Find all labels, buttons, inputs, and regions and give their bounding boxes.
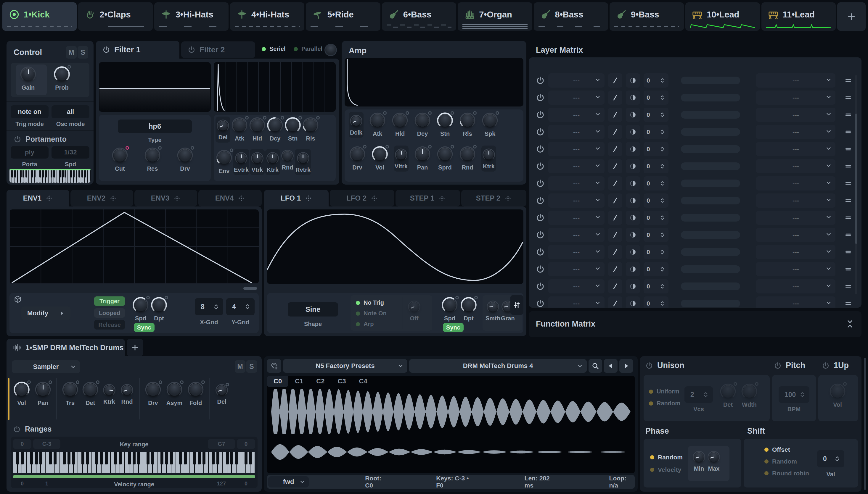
- env-mode-looped[interactable]: Looped: [94, 308, 125, 318]
- piano-key-black[interactable]: [81, 452, 85, 464]
- row-drag-handle[interactable]: [844, 94, 852, 101]
- filter2-power-icon[interactable]: [188, 46, 196, 54]
- piano-key-black[interactable]: [235, 452, 238, 464]
- tab-step2[interactable]: STEP 2: [461, 190, 527, 207]
- row-power-icon[interactable]: [536, 128, 545, 136]
- preset-bank-select[interactable]: N5 Factory Presets: [283, 359, 407, 373]
- key-range-keyboard[interactable]: [13, 452, 255, 473]
- mod-source-select[interactable]: ---: [548, 73, 605, 88]
- lfo-trig-notrig[interactable]: No Trig: [356, 299, 384, 306]
- mod-amount-slider[interactable]: [681, 94, 740, 101]
- sample-waveform-display[interactable]: C0 C1 C2 C3 C4: [267, 376, 635, 473]
- phase-mode-velocity[interactable]: Velocity: [650, 466, 681, 473]
- row-power-icon[interactable]: [536, 162, 545, 171]
- knob-rnd[interactable]: Rnd: [281, 149, 294, 171]
- mod-dest-select[interactable]: ---: [756, 262, 835, 276]
- mod-amount-slider[interactable]: [681, 265, 740, 273]
- row-drag-handle[interactable]: [844, 145, 852, 153]
- mod-source-select[interactable]: ---: [548, 193, 605, 208]
- mod-dest-select[interactable]: ---: [756, 108, 835, 122]
- tab-lfo1[interactable]: LFO 1: [264, 190, 329, 207]
- knob-del[interactable]: Del: [214, 381, 229, 407]
- knob-dpt[interactable]: Dpt: [150, 297, 168, 322]
- piano-key-black[interactable]: [230, 452, 233, 464]
- mod-mapping-button[interactable]: [608, 91, 622, 105]
- piano-key-black[interactable]: [249, 452, 252, 464]
- piano-key-black[interactable]: [21, 452, 24, 464]
- mod-depth-stepper[interactable]: 0: [644, 211, 668, 225]
- knob-vol[interactable]: Vol: [829, 383, 846, 408]
- tab-env4[interactable]: ENV4: [198, 190, 262, 207]
- knob-hld[interactable]: Hld: [391, 112, 408, 137]
- mod-depth-stepper[interactable]: 0: [644, 176, 668, 190]
- engine-select[interactable]: Sampler: [12, 360, 80, 373]
- mod-depth-stepper[interactable]: 0: [644, 245, 668, 259]
- knob-dcy[interactable]: Dcy: [414, 112, 431, 137]
- mod-curve-button[interactable]: [626, 125, 640, 139]
- mod-dest-select[interactable]: ---: [756, 245, 835, 259]
- knob-hld[interactable]: Hld: [249, 117, 266, 142]
- piano-key-black[interactable]: [119, 452, 122, 464]
- knob-ktrk[interactable]: Ktrk: [102, 381, 117, 407]
- sample-tab-c3[interactable]: C3: [331, 376, 352, 387]
- mod-mapping-button[interactable]: [608, 176, 622, 190]
- piano-key-black[interactable]: [170, 452, 173, 464]
- row-power-icon[interactable]: [536, 248, 545, 256]
- row-drag-handle[interactable]: [844, 111, 852, 119]
- move-icon[interactable]: [504, 195, 512, 202]
- filter2-tab[interactable]: Filter 2: [181, 41, 255, 58]
- knob-atk[interactable]: Atk: [369, 112, 386, 137]
- key-high[interactable]: G7: [208, 439, 235, 449]
- knob-fold[interactable]: Fold: [187, 381, 204, 406]
- row-drag-handle[interactable]: [844, 248, 852, 256]
- track-tab[interactable]: 6•Bass: [382, 2, 456, 31]
- sample-tab-c4[interactable]: C4: [353, 376, 374, 387]
- row-drag-handle[interactable]: [844, 197, 852, 204]
- piano-key-black[interactable]: [151, 452, 154, 464]
- track-tab[interactable]: 7•Organ: [458, 2, 532, 31]
- mod-curve-button[interactable]: [626, 159, 640, 173]
- mod-curve-button[interactable]: [626, 176, 640, 190]
- mod-mapping-button[interactable]: [608, 262, 622, 276]
- mod-curve-button[interactable]: [626, 73, 640, 88]
- mod-amount-slider[interactable]: [681, 214, 740, 222]
- knob-rnd[interactable]: Rnd: [459, 146, 476, 171]
- knob-sprd[interactable]: Sprd: [436, 146, 454, 171]
- knob-evtrk[interactable]: Evtrk: [233, 149, 249, 175]
- knob-spd[interactable]: Spd: [441, 297, 458, 322]
- knob-max[interactable]: Max: [707, 450, 721, 472]
- piano-key-black[interactable]: [73, 170, 75, 177]
- mod-curve-button[interactable]: [626, 193, 640, 208]
- row-drag-handle[interactable]: [844, 300, 852, 307]
- row-power-icon[interactable]: [536, 282, 545, 291]
- tab-step1[interactable]: STEP 1: [395, 190, 460, 207]
- mod-depth-stepper[interactable]: 0: [644, 279, 668, 293]
- mod-mapping-button[interactable]: [608, 228, 622, 242]
- row-power-icon[interactable]: [536, 93, 545, 102]
- mod-mapping-button[interactable]: [608, 211, 622, 225]
- mod-curve-button[interactable]: [626, 279, 640, 293]
- piano-key-black[interactable]: [244, 452, 247, 464]
- mod-dest-select[interactable]: ---: [756, 228, 835, 242]
- trig-mode-select[interactable]: note on: [11, 105, 49, 118]
- piano-key-black[interactable]: [49, 452, 52, 464]
- layer-matrix-scrollbar[interactable]: [855, 75, 857, 294]
- row-power-icon[interactable]: [536, 145, 545, 153]
- row-drag-handle[interactable]: [844, 77, 852, 84]
- preset-search-button[interactable]: [589, 359, 602, 373]
- track-tab[interactable]: 11•Lead: [761, 2, 836, 31]
- play-mode-select[interactable]: fwd: [268, 476, 309, 488]
- knob-vol[interactable]: Vol: [371, 146, 388, 171]
- mod-source-select[interactable]: ---: [548, 159, 605, 173]
- osc-mode-select[interactable]: all: [52, 105, 89, 118]
- mod-curve-button[interactable]: [626, 228, 640, 242]
- piano-key-black[interactable]: [114, 452, 117, 464]
- knob-atk[interactable]: Atk: [231, 117, 248, 142]
- vel-high-fine[interactable]: 0: [237, 480, 255, 487]
- knob-wdth[interactable]: Wdth: [741, 383, 758, 408]
- mod-amount-slider[interactable]: [681, 145, 740, 153]
- move-icon[interactable]: [45, 195, 53, 202]
- track-tab[interactable]: 3•Hi-Hats: [154, 2, 228, 31]
- mod-dest-select[interactable]: ---: [756, 159, 835, 173]
- mod-source-select[interactable]: ---: [548, 245, 605, 259]
